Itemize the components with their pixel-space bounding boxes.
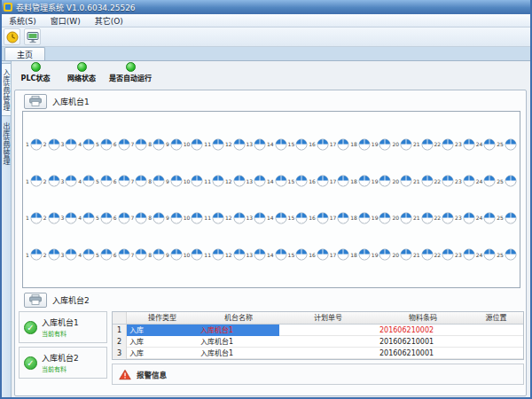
reel-slot[interactable]: 7: [131, 138, 148, 151]
reel-slot[interactable]: 23: [455, 248, 475, 261]
reel-slot[interactable]: 8: [148, 175, 165, 187]
cell-operation[interactable]: 入库: [127, 348, 198, 359]
reel-slot[interactable]: 20: [392, 138, 412, 151]
reel-slot[interactable]: 14: [267, 175, 287, 187]
reel-slot[interactable]: 23: [455, 175, 475, 187]
reel-slot[interactable]: 24: [476, 175, 497, 187]
cell-barcode[interactable]: 201606210001: [377, 336, 469, 348]
reel-slot[interactable]: 2: [43, 248, 60, 261]
reel-slot[interactable]: 9: [166, 248, 183, 261]
reel-slot[interactable]: 15: [288, 248, 309, 261]
reel-slot[interactable]: 6: [113, 138, 130, 151]
menu-item-system[interactable]: 系统(S): [2, 15, 43, 27]
reel-slot[interactable]: 17: [330, 212, 350, 224]
reel-slot[interactable]: 25: [497, 138, 517, 151]
reel-slot[interactable]: 1: [26, 138, 43, 151]
table-row[interactable]: 2入库入库机台1201606210001: [113, 336, 523, 348]
table-row[interactable]: 3入库入库机台1201606210001: [113, 348, 523, 359]
reel-slot[interactable]: 19: [372, 175, 392, 187]
reel-slot[interactable]: 16: [309, 248, 329, 261]
cell-barcode[interactable]: 201606210001: [377, 348, 469, 359]
reel-slot[interactable]: 7: [131, 212, 148, 224]
reel-slot[interactable]: 2: [43, 138, 60, 151]
reel-slot[interactable]: 13: [246, 212, 266, 224]
reel-slot[interactable]: 3: [61, 175, 78, 187]
sidebar-tab-outbound-monitor[interactable]: 出库监控管理: [0, 118, 11, 169]
reel-slot[interactable]: 4: [78, 212, 95, 224]
reel-slot[interactable]: 11: [204, 248, 224, 261]
reel-slot[interactable]: 11: [204, 138, 224, 151]
cell-source[interactable]: [469, 325, 523, 336]
reel-slot[interactable]: 10: [184, 248, 204, 261]
sidebar-tab-inbound-monitor[interactable]: 入库监控管理: [0, 63, 11, 116]
reel-slot[interactable]: 3: [61, 248, 78, 261]
reel-slot[interactable]: 14: [267, 248, 287, 261]
reel-slot[interactable]: 6: [113, 175, 130, 187]
header-plan[interactable]: 计划单号: [279, 312, 377, 324]
cell-source[interactable]: [469, 336, 523, 348]
station-card-1[interactable]: ✓ 入库机台1 当前有料: [19, 311, 107, 343]
reel-slot[interactable]: 15: [288, 175, 309, 187]
reel-slot[interactable]: 12: [225, 248, 246, 261]
reel-slot[interactable]: 6: [113, 248, 130, 261]
reel-slot[interactable]: 8: [148, 212, 165, 224]
print-button[interactable]: [24, 94, 47, 109]
reel-slot[interactable]: 19: [372, 248, 392, 261]
reel-slot[interactable]: 5: [96, 138, 113, 151]
reel-slot[interactable]: 4: [78, 175, 95, 187]
cell-plan[interactable]: [279, 336, 377, 348]
reel-slot[interactable]: 25: [497, 175, 517, 187]
reel-slot[interactable]: 5: [96, 175, 113, 187]
reel-slot[interactable]: 11: [204, 175, 224, 187]
reel-slot[interactable]: 24: [476, 248, 497, 261]
reel-slot[interactable]: 3: [61, 138, 78, 151]
reel-slot[interactable]: 17: [330, 248, 350, 261]
header-barcode[interactable]: 物料条码: [377, 312, 469, 324]
reel-slot[interactable]: 9: [166, 212, 183, 224]
reel-slot[interactable]: 4: [78, 138, 95, 151]
reel-slot[interactable]: 4: [78, 248, 95, 261]
reel-slot[interactable]: 2: [43, 212, 60, 224]
reel-slot[interactable]: 15: [288, 138, 309, 151]
cell-machine[interactable]: 入库机台1: [198, 348, 279, 359]
reel-slot[interactable]: 10: [184, 138, 204, 151]
reel-slot[interactable]: 20: [392, 212, 412, 224]
reel-slot[interactable]: 5: [96, 212, 113, 224]
reel-slot[interactable]: 16: [309, 138, 329, 151]
reel-slot[interactable]: 20: [392, 248, 412, 261]
reel-slot[interactable]: 23: [455, 138, 475, 151]
reel-slot[interactable]: 12: [225, 175, 246, 187]
reel-slot[interactable]: 22: [434, 248, 455, 261]
reel-slot[interactable]: 16: [309, 212, 329, 224]
reel-slot[interactable]: 7: [131, 248, 148, 261]
cell-operation[interactable]: 入库: [127, 336, 198, 348]
cell-plan[interactable]: [279, 348, 377, 359]
reel-slot[interactable]: 20: [392, 175, 412, 187]
reel-slot[interactable]: 9: [166, 138, 183, 151]
reel-slot[interactable]: 13: [246, 248, 266, 261]
menu-item-window[interactable]: 窗口(W): [43, 15, 88, 27]
reel-slot[interactable]: 2: [43, 175, 60, 187]
tab-home[interactable]: 主页: [4, 47, 45, 60]
reel-slot[interactable]: 12: [225, 138, 246, 151]
reel-slot[interactable]: 22: [434, 138, 455, 151]
reel-slot[interactable]: 19: [372, 138, 392, 151]
reel-slot[interactable]: 18: [350, 212, 371, 224]
cell-plan[interactable]: [279, 325, 377, 336]
reel-slot[interactable]: 15: [288, 212, 309, 224]
reel-slot[interactable]: 21: [413, 138, 434, 151]
cell-operation[interactable]: 入库: [127, 325, 198, 336]
reel-slot[interactable]: 8: [148, 248, 165, 261]
header-source[interactable]: 源位置: [469, 312, 523, 324]
reel-slot[interactable]: 1: [26, 175, 43, 187]
cell-source[interactable]: [469, 348, 523, 359]
reel-slot[interactable]: 24: [476, 212, 497, 224]
reel-slot[interactable]: 21: [413, 248, 434, 261]
reel-slot[interactable]: 9: [166, 175, 183, 187]
station-card-2[interactable]: ✓ 入库机台2 当前有料: [19, 347, 107, 379]
menu-item-other[interactable]: 其它(O): [88, 15, 130, 27]
header-operation[interactable]: 操作类型: [127, 312, 198, 324]
reel-slot[interactable]: 10: [184, 175, 204, 187]
reel-slot[interactable]: 12: [225, 212, 246, 224]
reel-slot[interactable]: 17: [330, 138, 350, 151]
